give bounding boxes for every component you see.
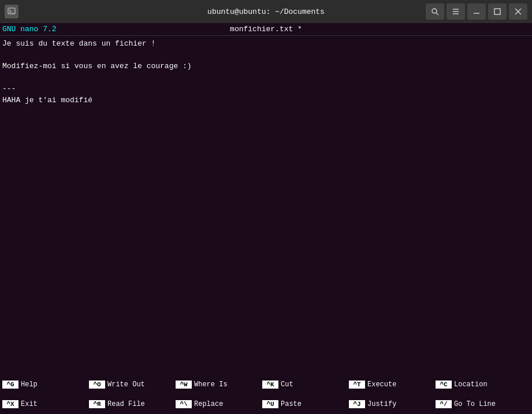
shortcut-key: ^K [262,381,278,389]
shortcut-label: Go To Line [454,400,496,408]
shortcut-bar: ^GHelp^OWrite Out^WWhere Is^KCut^TExecut… [0,375,532,414]
shortcut-item[interactable]: ^UPaste [260,394,347,414]
nano-version: GNU nano 7.2 [2,25,57,33]
shortcut-label: Justify [367,400,396,408]
shortcut-label: Help [21,381,38,389]
shortcut-item[interactable]: ^\Replace [173,394,260,414]
close-button[interactable] [509,3,527,20]
shortcut-key: ^C [436,381,452,389]
title-bar-controls [426,3,527,20]
shortcut-key: ^O [89,381,105,389]
shortcut-key: ^U [262,400,278,408]
shortcut-item[interactable]: ^KCut [260,375,347,394]
nano-filename: monfichier.txt * [230,25,302,33]
window-title: ubuntu@ubuntu: ~/Documents [207,8,325,16]
shortcut-label: Paste [281,400,302,408]
svg-point-2 [432,9,437,13]
shortcut-item[interactable]: ^CLocation [433,375,520,394]
menu-button[interactable] [447,3,465,20]
nano-status-bar: GNU nano 7.2 monfichier.txt * [0,23,532,36]
title-bar: ubuntu@ubuntu: ~/Documents [0,0,532,23]
shortcut-label: Location [454,381,488,389]
shortcut-label: Where Is [194,381,228,389]
shortcut-key: ^T [349,381,365,389]
svg-rect-8 [494,9,500,14]
shortcut-key: ^X [2,400,18,408]
shortcut-label: Write Out [107,381,145,389]
shortcut-key: ^R [89,400,105,408]
shortcut-key: ^/ [436,400,452,408]
shortcut-key: ^W [176,381,192,389]
shortcut-label: Read File [107,400,145,408]
shortcut-item[interactable]: ^WWhere Is [173,375,260,394]
shortcut-key: ^G [2,381,18,389]
shortcut-label: Exit [21,400,38,408]
terminal-icon [5,5,18,18]
title-bar-left [5,5,18,18]
shortcut-key: ^J [349,400,365,408]
shortcut-label: Cut [281,381,293,389]
shortcut-label: Replace [194,400,223,408]
shortcut-item[interactable]: ^OWrite Out [87,375,173,394]
shortcut-item[interactable]: ^/Go To Line [433,394,520,414]
maximize-button[interactable] [488,3,507,20]
search-button[interactable] [426,3,444,20]
minimize-button[interactable] [467,3,486,20]
shortcut-item[interactable]: ^JJustify [347,394,433,414]
shortcut-item[interactable]: ^RRead File [87,394,173,414]
shortcut-item[interactable]: ^TExecute [347,375,433,394]
shortcut-label: Execute [367,381,396,389]
shortcut-item[interactable]: ^GHelp [0,375,87,394]
svg-line-3 [436,13,438,15]
editor-area[interactable]: Je suis du texte dans un fichier ! Modif… [0,36,532,375]
shortcut-item[interactable]: ^XExit [0,394,87,414]
shortcut-key: ^\ [176,400,192,408]
